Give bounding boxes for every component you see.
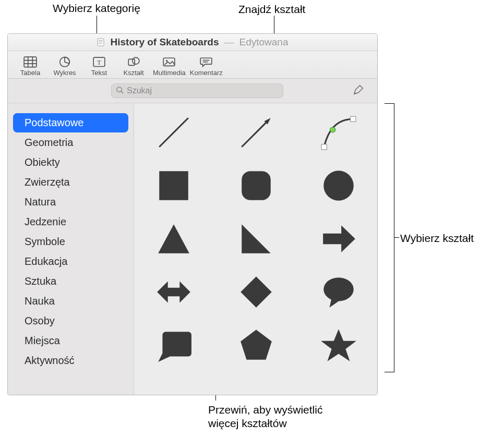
shapes-bracket <box>385 103 394 372</box>
svg-point-25 <box>330 127 335 132</box>
svg-rect-23 <box>321 144 327 150</box>
svg-point-34 <box>323 277 354 301</box>
wykres-button[interactable]: Wykres <box>50 53 80 80</box>
svg-line-19 <box>121 91 123 93</box>
app-window: History of Skateboards — Edytowana Tabel… <box>7 33 378 395</box>
category-item[interactable]: Edukacja <box>13 252 128 271</box>
toolbar-label: Tabela <box>20 69 40 77</box>
svg-line-21 <box>242 121 267 147</box>
search-input[interactable] <box>127 86 279 95</box>
svg-marker-36 <box>241 330 272 360</box>
shape-star[interactable] <box>320 326 357 364</box>
category-item[interactable]: Miejsca <box>13 331 128 350</box>
shapes-bracket-tick <box>394 237 399 238</box>
category-item[interactable]: Podstawowe <box>13 113 128 132</box>
svg-marker-37 <box>321 329 356 361</box>
category-item[interactable]: Jedzenie <box>13 212 128 232</box>
shape-line-arrow[interactable] <box>237 114 275 151</box>
multimedia-button[interactable]: Multimedia <box>153 53 186 80</box>
svg-marker-32 <box>157 281 190 302</box>
svg-rect-26 <box>159 171 188 200</box>
svg-marker-29 <box>158 224 189 253</box>
shape-curve-editable[interactable] <box>320 114 357 151</box>
category-item[interactable]: Zwierzęta <box>13 173 128 192</box>
komentarz-button[interactable]: Komentarz <box>190 53 223 80</box>
category-item[interactable]: Nauka <box>13 292 128 311</box>
svg-point-18 <box>117 87 122 91</box>
text-icon: T <box>92 56 106 68</box>
shape-speech-bubble[interactable] <box>320 273 357 311</box>
category-item[interactable]: Geometria <box>13 133 128 152</box>
search-row <box>8 79 378 103</box>
chart-icon <box>58 56 71 68</box>
shape-arrow-right[interactable] <box>320 220 357 258</box>
category-sidebar: PodstawoweGeometriaObiektyZwierzętaNatur… <box>8 103 134 395</box>
document-icon <box>97 38 105 46</box>
toolbar-label: Multimedia <box>153 69 186 77</box>
shape-square[interactable] <box>155 167 193 204</box>
toolbar-label: Kształt <box>123 69 143 77</box>
svg-point-28 <box>323 171 354 201</box>
category-item[interactable]: Obiekty <box>13 153 128 172</box>
svg-marker-33 <box>241 276 272 308</box>
pen-icon <box>353 84 364 98</box>
tekst-button[interactable]: T Tekst <box>84 53 114 80</box>
svg-point-15 <box>166 60 167 62</box>
svg-rect-3 <box>99 43 102 44</box>
shape-right-triangle[interactable] <box>237 220 275 258</box>
svg-rect-4 <box>24 57 37 67</box>
document-title: History of Skateboards <box>110 37 219 48</box>
category-item[interactable]: Symbole <box>13 232 128 251</box>
search-icon <box>116 86 124 96</box>
svg-rect-2 <box>99 42 103 42</box>
category-item[interactable]: Aktywność <box>13 351 128 370</box>
category-item[interactable]: Osoby <box>13 311 128 331</box>
svg-point-13 <box>133 57 139 64</box>
comment-icon <box>199 56 213 68</box>
svg-rect-24 <box>351 116 356 122</box>
callout-scroll-more: Przewiń, aby wyświetlić więcej kształtów <box>208 403 322 431</box>
callout-choose-shape: Wybierz kształt <box>400 232 474 245</box>
shapes-grid-area[interactable] <box>134 103 378 395</box>
toolbar-label: Tekst <box>91 69 107 77</box>
draw-with-pen-button[interactable] <box>348 83 369 98</box>
ksztalt-button[interactable]: Kształt <box>118 53 149 80</box>
document-status: Edytowana <box>239 37 288 48</box>
shape-diamond[interactable] <box>237 273 275 311</box>
shape-callout-square[interactable] <box>155 326 193 364</box>
shape-line[interactable] <box>155 114 193 151</box>
svg-line-20 <box>159 118 188 147</box>
shapes-grid <box>146 114 367 364</box>
svg-text:T: T <box>97 58 101 66</box>
toolbar-label: Wykres <box>53 69 76 77</box>
svg-marker-31 <box>323 225 355 252</box>
callout-choose-category: Wybierz kategorię <box>53 2 140 15</box>
svg-rect-1 <box>99 40 103 41</box>
window-titlebar: History of Skateboards — Edytowana <box>8 34 377 51</box>
shape-pentagon[interactable] <box>237 326 275 364</box>
search-box[interactable] <box>111 83 283 98</box>
svg-marker-30 <box>242 224 271 253</box>
shape-double-arrow[interactable] <box>155 273 193 311</box>
media-icon <box>162 56 176 68</box>
shape-rounded-square[interactable] <box>237 167 275 204</box>
shapes-popover: PodstawoweGeometriaObiektyZwierzętaNatur… <box>8 78 378 395</box>
callout-find-shape: Znajdź kształt <box>238 3 305 16</box>
svg-rect-12 <box>128 59 135 66</box>
category-item[interactable]: Natura <box>13 192 128 212</box>
shape-triangle[interactable] <box>155 220 193 258</box>
toolbar-label: Komentarz <box>190 69 223 77</box>
popover-body: PodstawoweGeometriaObiektyZwierzętaNatur… <box>8 103 378 395</box>
category-item[interactable]: Sztuka <box>13 272 128 291</box>
shape-icon <box>127 56 140 68</box>
svg-rect-27 <box>242 171 271 200</box>
main-toolbar: Tabela Wykres T Tekst Kształt Multimedia… <box>8 51 377 82</box>
title-separator: — <box>224 37 234 48</box>
tabela-button[interactable]: Tabela <box>15 53 45 80</box>
shape-circle[interactable] <box>320 167 357 204</box>
table-icon <box>23 56 37 68</box>
